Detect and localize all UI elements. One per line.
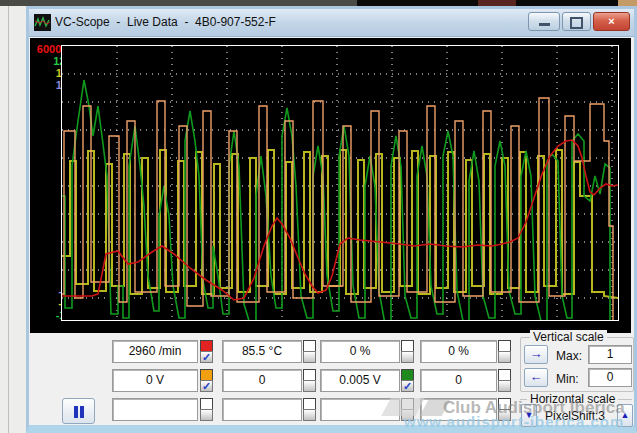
measurement-field: 2960 /min [112, 340, 198, 363]
scale-min-decrease-button[interactable]: ← [524, 368, 548, 387]
measurement-field [112, 398, 198, 421]
channel-checkbox[interactable] [401, 351, 414, 363]
channel-toggle [401, 398, 414, 421]
max-input[interactable]: 1 [588, 345, 632, 364]
channel-checkbox[interactable] [498, 380, 511, 392]
channel-toggle [401, 340, 414, 363]
channel-toggle [303, 398, 316, 421]
channel-toggle: ✓ [401, 369, 414, 392]
right-arrow-icon: → [530, 346, 543, 361]
channel-checkbox[interactable] [200, 409, 213, 421]
scope-traces [62, 46, 618, 320]
pause-button[interactable] [62, 398, 95, 424]
horizontal-scale-title: Horizontal scale [527, 392, 618, 406]
pixelshift-label: PixelShift:3 [545, 409, 605, 423]
channel-toggle [303, 340, 316, 363]
channel-checkbox[interactable] [303, 380, 316, 392]
channel-checkbox[interactable] [401, 409, 414, 421]
window-title: VC-Scope - Live Data - 4B0-907-552-F [55, 15, 276, 29]
measurement-field: 0 % [320, 340, 400, 363]
background-window-left-strip [0, 6, 26, 433]
minimize-button[interactable] [528, 12, 560, 31]
channel-toggle [303, 369, 316, 392]
channel-checkbox[interactable]: ✓ [200, 351, 213, 363]
pause-icon [74, 406, 78, 418]
screen: VC-Scope - Live Data - 4B0-907-552-F × 6… [0, 0, 637, 433]
channel-checkbox[interactable] [303, 409, 316, 421]
measurement-field [320, 398, 400, 421]
maximize-button[interactable] [562, 12, 591, 31]
min-input[interactable]: 0 [588, 368, 632, 387]
scale-max-increase-button[interactable]: → [524, 345, 548, 364]
measurement-field: 0 [420, 369, 497, 392]
down-arrow-icon: ▼ [525, 410, 534, 420]
channel-toggle [200, 398, 213, 421]
channel-checkbox[interactable] [498, 409, 511, 421]
maximize-icon [570, 17, 583, 29]
channel-toggle [498, 398, 511, 421]
channel-checkbox[interactable] [498, 351, 511, 363]
min-label: Min: [556, 372, 579, 386]
up-arrow-icon: ▲ [621, 410, 630, 420]
scope-plot-area [61, 45, 619, 321]
close-button[interactable]: × [593, 12, 630, 31]
channel-checkbox[interactable]: ✓ [200, 380, 213, 392]
measurement-field: 0.005 V [320, 369, 400, 392]
channel-toggle: ✓ [200, 369, 213, 392]
title-bar[interactable]: VC-Scope - Live Data - 4B0-907-552-F × [29, 9, 634, 37]
measurement-field [222, 398, 302, 421]
measurement-field [420, 398, 497, 421]
channel-toggle [498, 369, 511, 392]
measurement-field: 0 % [420, 340, 497, 363]
close-icon: × [608, 15, 614, 27]
pixelshift-decrease-button[interactable]: ▼ [521, 404, 537, 427]
left-arrow-icon: ← [530, 369, 543, 384]
measurement-field: 0 [222, 369, 302, 392]
channel-checkbox[interactable] [303, 351, 316, 363]
channel-toggle [498, 340, 511, 363]
pause-icon [80, 406, 84, 418]
channel-checkbox[interactable]: ✓ [401, 380, 414, 392]
scope-panel: 6000 /min 120 °C 150 % 150 % 1 V 100 1 V… [30, 38, 631, 333]
pixelshift-increase-button[interactable]: ▲ [617, 404, 633, 427]
app-icon [34, 14, 51, 31]
vertical-scale-title: Vertical scale [530, 330, 607, 344]
channel-toggle: ✓ [200, 340, 213, 363]
measurement-field: 85.5 °C [222, 340, 302, 363]
max-label: Max: [556, 349, 582, 363]
minimize-icon [539, 23, 550, 26]
measurement-field: 0 V [112, 369, 198, 392]
